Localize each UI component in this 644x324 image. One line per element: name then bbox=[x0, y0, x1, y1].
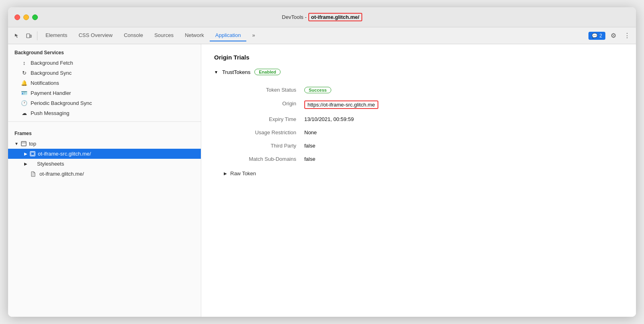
sidebar-item-label: Push Messaging bbox=[31, 110, 69, 116]
tab-elements[interactable]: Elements bbox=[40, 30, 73, 41]
tab-console[interactable]: Console bbox=[118, 30, 149, 41]
sidebar-item-background-sync[interactable]: ↻ Background Sync bbox=[8, 68, 201, 78]
svg-rect-1 bbox=[30, 35, 31, 37]
tree-item-iframe[interactable]: ▶ ot-iframe-src.glitch.me/ bbox=[8, 149, 201, 159]
window-title: DevTools - ot-iframe.glitch.me/ bbox=[282, 13, 362, 21]
trust-tokens-header: ▼ TrustTokens Enabled bbox=[214, 69, 623, 75]
success-badge: Success bbox=[304, 87, 331, 93]
sidebar-separator bbox=[8, 121, 201, 122]
tab-network[interactable]: Network bbox=[179, 30, 210, 41]
maximize-button[interactable] bbox=[32, 14, 38, 20]
notifications-icon: 🔔 bbox=[21, 80, 27, 86]
usage-restriction-value: None bbox=[304, 126, 623, 139]
tree-item-top[interactable]: ▼ top bbox=[8, 139, 201, 149]
file-icon bbox=[31, 171, 35, 177]
trust-tokens-arrow[interactable]: ▼ bbox=[214, 70, 218, 74]
collapse-arrow-icon: ▼ bbox=[14, 141, 19, 146]
expiry-label: Expiry Time bbox=[224, 113, 304, 126]
tab-css-overview[interactable]: CSS Overview bbox=[73, 30, 118, 41]
svg-rect-2 bbox=[21, 141, 26, 146]
close-button[interactable] bbox=[14, 14, 20, 20]
minimize-button[interactable] bbox=[23, 14, 29, 20]
sidebar-item-payment-handler[interactable]: 🪪 Payment Handler bbox=[8, 88, 201, 98]
push-messaging-icon: ☁ bbox=[21, 110, 27, 116]
periodic-sync-icon: 🕐 bbox=[21, 100, 27, 106]
sidebar-item-label: Notifications bbox=[31, 80, 59, 86]
sidebar-item-periodic-background-sync[interactable]: 🕐 Periodic Background Sync bbox=[8, 98, 201, 108]
stylesheets-label: Stylesheets bbox=[37, 161, 64, 167]
raw-token-arrow[interactable]: ▶ bbox=[224, 171, 227, 176]
background-sync-icon: ↻ bbox=[21, 70, 27, 76]
messages-badge-button[interactable]: 💬 2 bbox=[588, 32, 605, 40]
origin-url: https://ot-iframe-src.glitch.me bbox=[304, 100, 378, 109]
tab-sources[interactable]: Sources bbox=[149, 30, 179, 41]
settings-button[interactable]: ⚙ bbox=[608, 30, 619, 41]
detail-grid: Token Status Success Origin https://ot-i… bbox=[224, 83, 623, 166]
token-status-label: Token Status bbox=[224, 83, 304, 97]
toolbar-divider bbox=[37, 31, 37, 40]
traffic-lights bbox=[14, 14, 38, 20]
third-party-value: false bbox=[304, 139, 623, 152]
svg-rect-5 bbox=[31, 152, 34, 155]
sidebar: Background Services ↕ Background Fetch ↻… bbox=[8, 44, 201, 317]
stylesheets-arrow-icon: ▶ bbox=[24, 162, 27, 166]
background-services-header: Background Services bbox=[8, 44, 201, 58]
iframe-icon bbox=[30, 151, 35, 156]
badge-count: 2 bbox=[599, 33, 602, 39]
origin-value-cell: https://ot-iframe-src.glitch.me bbox=[304, 97, 623, 113]
frame-icon bbox=[21, 141, 27, 146]
more-tabs-button[interactable]: » bbox=[246, 30, 260, 41]
match-sub-domains-value: false bbox=[304, 152, 623, 166]
sidebar-item-label: Background Sync bbox=[31, 70, 72, 76]
toolbar: Elements CSS Overview Console Sources Ne… bbox=[8, 27, 636, 44]
enabled-badge: Enabled bbox=[254, 69, 281, 75]
toolbar-tabs: Elements CSS Overview Console Sources Ne… bbox=[40, 30, 588, 41]
expand-arrow-icon: ▶ bbox=[24, 152, 27, 156]
sidebar-item-notifications[interactable]: 🔔 Notifications bbox=[8, 78, 201, 88]
sidebar-item-label: Periodic Background Sync bbox=[31, 100, 92, 106]
raw-token-row[interactable]: ▶ Raw Token bbox=[224, 170, 623, 176]
top-frame-label: top bbox=[29, 141, 36, 147]
devtools-label: DevTools - bbox=[282, 14, 306, 20]
origin-label: Origin bbox=[224, 97, 304, 113]
tree-item-file[interactable]: ot-iframe.glitch.me/ bbox=[8, 169, 201, 179]
match-sub-domains-label: Match Sub-Domains bbox=[224, 152, 304, 166]
frames-header: Frames bbox=[8, 125, 201, 139]
titlebar-url: ot-iframe.glitch.me/ bbox=[308, 13, 362, 21]
raw-token-label: Raw Token bbox=[230, 170, 256, 176]
more-options-button[interactable]: ⋮ bbox=[621, 30, 633, 41]
badge-icon: 💬 bbox=[592, 33, 598, 39]
toolbar-right: 💬 2 ⚙ ⋮ bbox=[588, 30, 633, 41]
svg-rect-0 bbox=[27, 34, 30, 38]
content-panel: Origin Trials ▼ TrustTokens Enabled Toke… bbox=[201, 44, 636, 317]
inspect-element-button[interactable] bbox=[11, 30, 23, 41]
usage-restriction-label: Usage Restriction bbox=[224, 126, 304, 139]
trust-tokens-label: TrustTokens bbox=[222, 69, 250, 75]
page-title: Origin Trials bbox=[214, 54, 623, 61]
sidebar-item-label: Payment Handler bbox=[31, 90, 71, 96]
token-status-value: Success bbox=[304, 83, 623, 97]
iframe-frame-label: ot-iframe-src.glitch.me/ bbox=[38, 151, 91, 157]
expiry-value: 13/10/2021, 00:59:59 bbox=[304, 113, 623, 126]
tab-application[interactable]: Application bbox=[210, 30, 247, 41]
payment-handler-icon: 🪪 bbox=[21, 90, 27, 96]
tree-item-stylesheets[interactable]: ▶ Stylesheets bbox=[8, 159, 201, 169]
file-label: ot-iframe.glitch.me/ bbox=[39, 171, 84, 177]
background-fetch-icon: ↕ bbox=[21, 60, 27, 66]
titlebar: DevTools - ot-iframe.glitch.me/ bbox=[8, 7, 636, 27]
sidebar-item-label: Background Fetch bbox=[31, 60, 73, 66]
main-area: Background Services ↕ Background Fetch ↻… bbox=[8, 44, 636, 317]
third-party-label: Third Party bbox=[224, 139, 304, 152]
device-toolbar-button[interactable] bbox=[23, 30, 35, 41]
sidebar-item-push-messaging[interactable]: ☁ Push Messaging bbox=[8, 108, 201, 118]
sidebar-item-background-fetch[interactable]: ↕ Background Fetch bbox=[8, 58, 201, 68]
devtools-window: DevTools - ot-iframe.glitch.me/ Elements… bbox=[8, 7, 636, 317]
